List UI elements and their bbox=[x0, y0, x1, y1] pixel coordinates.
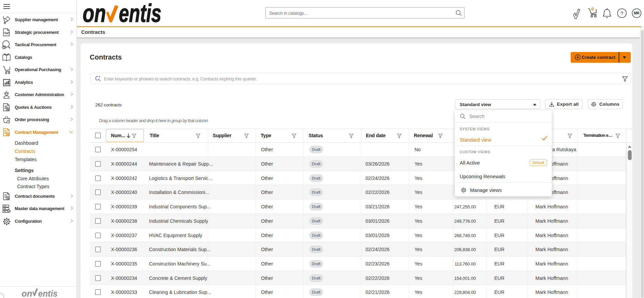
svg-text:?: ? bbox=[620, 10, 623, 16]
svg-text:entis: entis bbox=[119, 1, 161, 25]
svg-text:MR: MR bbox=[634, 11, 640, 15]
svg-text:on: on bbox=[83, 1, 106, 25]
svg-text:on: on bbox=[22, 288, 32, 298]
svg-text:entis: entis bbox=[38, 288, 58, 298]
